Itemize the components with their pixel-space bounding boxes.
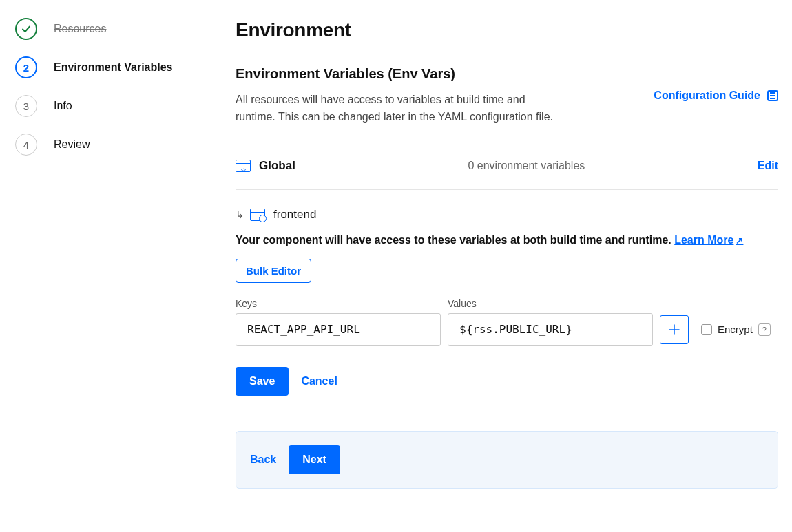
encrypt-label: Encrypt: [718, 323, 753, 335]
global-scope-row: Global 0 environment variables Edit: [236, 145, 778, 190]
encrypt-checkbox[interactable]: [701, 324, 712, 335]
section-subtitle: Environment Variables (Env Vars): [236, 66, 633, 82]
document-icon: [767, 90, 778, 101]
component-service-icon: [250, 209, 265, 221]
help-icon[interactable]: ?: [758, 323, 771, 336]
component-name: frontend: [273, 208, 316, 222]
wizard-footer: Back Next: [236, 431, 778, 489]
config-guide-label: Configuration Guide: [654, 89, 760, 102]
step-label: Resources: [54, 23, 106, 35]
external-link-icon: ↗: [736, 235, 743, 246]
page-title: Environment: [236, 19, 778, 41]
plus-icon: [668, 323, 680, 336]
step-label: Review: [54, 138, 90, 151]
step-number-icon: 3: [15, 95, 37, 117]
bulk-editor-button[interactable]: Bulk Editor: [236, 259, 311, 283]
wizard-sidebar: Resources 2 Environment Variables 3 Info…: [0, 0, 220, 532]
next-button[interactable]: Next: [289, 445, 340, 474]
component-description: Your component will have access to these…: [236, 234, 778, 246]
global-scope-label: Global: [259, 159, 295, 173]
main-content: Environment Environment Variables (Env V…: [220, 0, 785, 532]
wizard-step-review[interactable]: 4 Review: [15, 125, 205, 164]
learn-more-link[interactable]: Learn More↗: [674, 234, 743, 246]
global-scope-count: 0 environment variables: [295, 160, 758, 172]
wizard-step-resources[interactable]: Resources: [15, 10, 205, 48]
child-arrow-icon: ↳: [236, 209, 244, 221]
env-var-row: Encrypt ?: [236, 313, 778, 346]
add-env-var-button[interactable]: [660, 315, 689, 344]
wizard-step-info[interactable]: 3 Info: [15, 87, 205, 125]
save-button[interactable]: Save: [236, 367, 289, 396]
back-button[interactable]: Back: [250, 454, 276, 466]
configuration-guide-link[interactable]: Configuration Guide: [654, 89, 778, 102]
keys-column-label: Keys: [236, 298, 441, 309]
wizard-step-environment-variables[interactable]: 2 Environment Variables: [15, 48, 205, 87]
component-header: ↳ frontend: [236, 208, 778, 222]
env-value-input[interactable]: [448, 313, 653, 346]
edit-global-link[interactable]: Edit: [758, 160, 778, 172]
values-column-label: Values: [448, 298, 477, 309]
step-label: Environment Variables: [54, 61, 173, 74]
check-icon: [15, 18, 37, 40]
cancel-button[interactable]: Cancel: [301, 375, 337, 387]
step-label: Info: [54, 100, 72, 112]
global-scope-icon: [236, 160, 251, 172]
env-key-input[interactable]: [236, 313, 441, 346]
step-number-icon: 2: [15, 56, 37, 78]
section-description: All resources will have access to variab…: [236, 92, 559, 126]
step-number-icon: 4: [15, 134, 37, 156]
